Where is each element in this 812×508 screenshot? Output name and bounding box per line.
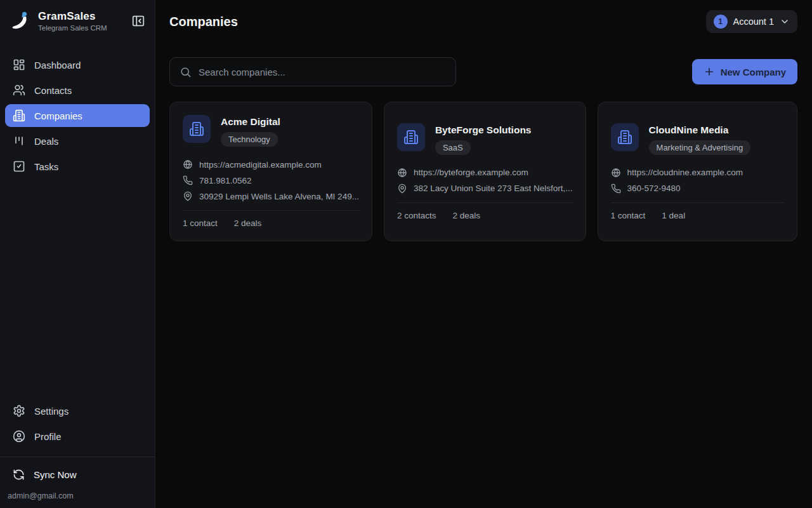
new-company-button[interactable]: New Company [692, 59, 797, 84]
company-card-footer: 1 contact2 deals [183, 218, 359, 228]
company-phone-row: 360-572-9480 [611, 184, 784, 194]
sidebar-collapse-button[interactable] [129, 12, 147, 30]
sidebar-item-label: Settings [34, 406, 69, 417]
page-header: Companies 1 Account 1 [169, 9, 797, 34]
company-card[interactable]: ByteForge SolutionsSaaShttps://byteforge… [384, 102, 586, 241]
main-content: Companies 1 Account 1 New Company Acme D… [155, 0, 812, 508]
building-icon [189, 121, 204, 137]
company-head-text: CloudNine MediaMarketing & Advertising [649, 123, 751, 157]
company-website-row: https://byteforge.example.com [397, 168, 573, 178]
building-icon [403, 130, 419, 145]
company-head-text: ByteForge SolutionsSaaS [435, 123, 532, 157]
search-input[interactable] [199, 67, 446, 77]
sidebar-item-companies[interactable]: Companies [5, 104, 150, 127]
sidebar-item-label: Deals [34, 136, 58, 147]
card-divider [183, 210, 359, 211]
sync-now-button[interactable]: Sync Now [5, 461, 150, 488]
task-check-icon [13, 160, 25, 173]
search-box [169, 57, 456, 86]
company-name: ByteForge Solutions [435, 124, 532, 136]
chevron-down-icon [780, 17, 790, 27]
sidebar-item-deals[interactable]: Deals [5, 130, 150, 152]
deals-count: 2 deals [234, 218, 262, 228]
sidebar-nav: DashboardContactsCompaniesDealsTasks [0, 53, 155, 178]
sidebar-item-label: Dashboard [34, 60, 81, 70]
contacts-count: 2 contacts [397, 211, 436, 220]
sidebar-item-label: Contacts [34, 85, 72, 96]
company-card[interactable]: CloudNine MediaMarketing & Advertisinght… [598, 102, 797, 241]
sidebar-item-profile[interactable]: Profile [5, 425, 150, 448]
sidebar-item-contacts[interactable]: Contacts [5, 79, 150, 102]
sync-now-label: Sync Now [34, 469, 77, 480]
map-pin-icon [183, 191, 193, 201]
app-title: GramSales [38, 10, 123, 23]
logo-row: GramSales Telegram Sales CRM [0, 0, 155, 39]
account-switcher[interactable]: 1 Account 1 [706, 10, 798, 33]
company-website: https://acmedigital.example.com [199, 160, 322, 170]
company-phone: 360-572-9480 [627, 184, 681, 193]
company-card-footer: 2 contacts2 deals [397, 211, 573, 220]
user-email: admin@gmail.com [0, 488, 155, 508]
company-website: https://cloudnine.example.com [627, 168, 743, 177]
sidebar-item-settings[interactable]: Settings [5, 399, 150, 422]
contacts-icon [13, 84, 25, 97]
industry-tag: Marketing & Advertising [649, 140, 751, 155]
sync-section: Sync Now [0, 457, 155, 488]
company-address: 30929 Lempi Wells Lake Alvena, MI 249... [199, 192, 359, 201]
company-info-list: https://acmedigital.example.com781.981.0… [183, 159, 359, 201]
search-icon [180, 66, 192, 78]
panel-collapse-icon [131, 14, 145, 28]
gear-icon [13, 404, 25, 417]
kanban-icon [13, 135, 25, 147]
company-card-header: Acme DigitalTechnology [183, 115, 359, 149]
dashboard-icon [13, 58, 25, 71]
deals-count: 2 deals [452, 211, 480, 220]
globe-icon [183, 159, 193, 170]
company-website-row: https://acmedigital.example.com [183, 159, 359, 170]
card-divider [611, 203, 784, 203]
company-card-header: CloudNine MediaMarketing & Advertising [611, 123, 784, 157]
sidebar-item-tasks[interactable]: Tasks [5, 155, 150, 178]
logo-text: GramSales Telegram Sales CRM [38, 10, 123, 32]
company-website-row: https://cloudnine.example.com [611, 168, 784, 178]
sidebar-item-label: Tasks [34, 161, 58, 172]
map-pin-icon [397, 184, 407, 194]
app-logo-icon [8, 9, 32, 33]
company-head-text: Acme DigitalTechnology [221, 115, 280, 149]
company-card-footer: 1 contact1 deal [611, 211, 784, 220]
company-avatar [397, 123, 425, 151]
company-info-list: https://byteforge.example.com382 Lacy Un… [397, 168, 573, 194]
plus-icon [704, 66, 715, 77]
account-badge: 1 [714, 15, 728, 29]
sidebar-item-dashboard[interactable]: Dashboard [5, 53, 150, 76]
industry-tag: Technology [221, 132, 278, 147]
sidebar-footer-nav: SettingsProfile [0, 399, 155, 448]
building-icon [13, 109, 25, 122]
globe-icon [611, 168, 621, 178]
card-divider [397, 203, 573, 203]
sidebar-item-label: Profile [34, 431, 62, 442]
sidebar-item-label: Companies [34, 110, 82, 121]
company-card-header: ByteForge SolutionsSaaS [397, 123, 573, 157]
account-label: Account 1 [733, 17, 775, 27]
page-title: Companies [169, 15, 238, 29]
user-circle-icon [13, 430, 25, 443]
company-avatar [183, 115, 211, 143]
company-phone-row: 781.981.0562 [183, 175, 359, 185]
company-address-row: 382 Lacy Union Suite 273 East Nelsfort,.… [397, 184, 573, 194]
company-phone: 781.981.0562 [199, 176, 252, 185]
company-card[interactable]: Acme DigitalTechnologyhttps://acmedigita… [169, 102, 372, 241]
sidebar-spacer [0, 178, 155, 399]
phone-icon [183, 175, 193, 185]
refresh-icon [13, 469, 25, 481]
contacts-count: 1 contact [611, 211, 646, 220]
toolbar: New Company [169, 57, 797, 86]
sidebar: GramSales Telegram Sales CRM DashboardCo… [0, 0, 155, 508]
company-info-list: https://cloudnine.example.com360-572-948… [611, 168, 784, 194]
new-company-label: New Company [721, 67, 786, 77]
company-name: Acme Digital [221, 116, 280, 128]
company-website: https://byteforge.example.com [414, 168, 528, 177]
app-tagline: Telegram Sales CRM [38, 24, 123, 32]
building-icon [617, 130, 632, 145]
company-address: 382 Lacy Union Suite 273 East Nelsfort,.… [414, 184, 573, 193]
